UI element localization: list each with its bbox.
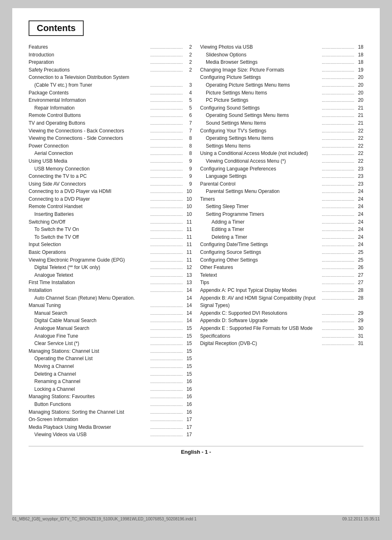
toc-entry-dots: ........................................ xyxy=(322,241,354,248)
toc-entry-page: 9 xyxy=(183,165,192,173)
toc-entry: Using USB Media ........................… xyxy=(29,157,192,165)
toc-entry-text: Language Settings xyxy=(200,173,322,180)
toc-entry-dots: ........................................ xyxy=(322,295,354,302)
toc-entry-text: Media Playback Using Media Browser xyxy=(29,423,150,431)
toc-entry-text: Manual Search xyxy=(29,309,150,317)
toc-entry-text: Tips xyxy=(200,279,322,287)
toc-entry-page: 11 xyxy=(183,218,192,226)
toc-entry-text: Specifications xyxy=(200,332,322,340)
toc-entry: Parental Control .......................… xyxy=(200,180,363,188)
toc-entry-page: 12 xyxy=(183,264,192,271)
toc-entry-dots: ........................................ xyxy=(150,158,183,165)
toc-entry-page: 24 xyxy=(354,203,363,211)
toc-entry-page: 26 xyxy=(354,264,363,271)
toc-entry: Language Settings ......................… xyxy=(200,173,363,180)
toc-entry-dots: ........................................ xyxy=(150,234,183,241)
footer-right: 09.12.2011 15:35:11 xyxy=(342,517,380,521)
toc-entry-page: 23 xyxy=(354,165,363,173)
toc-entry-text: Digital Teletext (** for UK only) xyxy=(29,264,150,271)
toc-entry-page: 7 xyxy=(183,127,192,135)
toc-entry-page: 16 xyxy=(183,378,192,385)
toc-entry-text: Viewing the Connections - Side Connector… xyxy=(29,134,150,142)
toc-entry-dots: ........................................ xyxy=(150,317,183,324)
toc-entry-text: On-Screen Information xyxy=(29,416,150,423)
toc-entry: Appendix C: Supported DVI Resolutions ..… xyxy=(200,309,363,317)
toc-entry-page: 20 xyxy=(354,81,363,89)
toc-entry-page: 14 xyxy=(183,309,192,317)
toc-entry-page: 22 xyxy=(354,127,363,135)
toc-entry: Renaming a Channel .....................… xyxy=(29,378,192,385)
toc-entry-dots: ........................................ xyxy=(150,416,183,423)
toc-entry-dots: ........................................ xyxy=(322,287,354,294)
toc-entry-text: Deleting a Channel xyxy=(29,370,150,378)
toc-entry-dots: ........................................ xyxy=(322,59,354,66)
toc-entry-text: Viewing Conditional Access Menu (*) xyxy=(200,157,322,165)
toc-entry-page: 11 xyxy=(183,226,192,233)
toc-entry-text: Remote Control Buttons xyxy=(29,112,150,119)
toc-entry: Tips ...................................… xyxy=(200,279,363,287)
toc-entry-text: Moving a Channel xyxy=(29,363,150,370)
toc-entry-page: 5 xyxy=(183,104,192,112)
toc-entry-page: 17 xyxy=(183,431,192,439)
toc-entry-text: Appendix E : Supported File Formats for … xyxy=(200,325,322,332)
toc-entry-dots: ........................................ xyxy=(150,401,183,408)
toc-entry-page: 14 xyxy=(183,302,192,309)
toc-entry-page: 14 xyxy=(183,294,192,302)
toc-entry-text: Adding a Timer xyxy=(200,218,322,226)
toc-entry-dots: ........................................ xyxy=(322,325,354,332)
toc-entry-text: Configuring Your TV's Settings xyxy=(200,127,322,135)
toc-entry-dots: ........................................ xyxy=(150,393,183,400)
toc-entry-dots: ........................................ xyxy=(150,82,183,89)
toc-entry: Managing Stations: Sorting the Channel L… xyxy=(29,408,192,416)
toc-entry-page: 8 xyxy=(183,150,192,157)
toc-entry-text: Clear Service List (*) xyxy=(29,340,150,347)
toc-entry-text: Basic Operations xyxy=(29,249,150,256)
toc-entry-page: 9 xyxy=(183,180,192,188)
toc-entry-page: 4 xyxy=(183,89,192,97)
toc-entry-dots: ........................................ xyxy=(150,264,183,271)
toc-entry-text: Sound Settings Menu Items xyxy=(200,119,322,127)
toc-entry-page: 22 xyxy=(354,134,363,142)
toc-entry: Appendix B: AV and HDMI Signal Compatibi… xyxy=(200,294,363,309)
toc-entry-text: Managing Stations: Sorting the Channel L… xyxy=(29,408,150,416)
toc-entry: Setting Sleep Timer ....................… xyxy=(200,203,363,211)
toc-entry: Adding a Timer .........................… xyxy=(200,218,363,226)
toc-entry: Moving a Channel .......................… xyxy=(29,363,192,370)
toc-entry-text: Appendix A: PC Input Typical Display Mod… xyxy=(200,287,322,294)
toc-entry: Remote Control Buttons .................… xyxy=(29,112,192,119)
toc-entry-page: 24 xyxy=(354,226,363,233)
toc-entry-dots: ........................................ xyxy=(150,59,183,66)
toc-entry-page: 24 xyxy=(354,241,363,249)
toc-entry-dots: ........................................ xyxy=(322,234,354,241)
toc-entry-text: Picture Settings Menu Items xyxy=(200,89,322,97)
toc-entry-text: Managing Stations: Channel List xyxy=(29,347,150,355)
toc-entry-text: Locking a Channel xyxy=(29,385,150,393)
toc-entry-page: 10 xyxy=(183,195,192,203)
toc-entry: Auto Channel Scan (Retune) Menu Operatio… xyxy=(29,294,192,302)
toc-entry-text: Aerial Connection xyxy=(29,150,150,157)
toc-entry-page: 15 xyxy=(183,355,192,363)
toc-entry-text: Digital Reception (DVB-C) xyxy=(200,340,322,347)
toc-entry-dots: ........................................ xyxy=(150,90,183,96)
toc-entry-page: 8 xyxy=(183,134,192,142)
toc-entry-page: 22 xyxy=(354,157,363,165)
toc-entry: Settings Menu Items ....................… xyxy=(200,142,363,150)
toc-entry-dots: ........................................ xyxy=(150,272,183,279)
toc-entry-dots: ........................................ xyxy=(150,219,183,226)
toc-entry-text: Parental Control xyxy=(200,180,322,188)
toc-entry-dots: ........................................ xyxy=(150,196,183,203)
toc-entry-dots: ........................................ xyxy=(322,203,354,210)
toc-entry-page: 5 xyxy=(183,96,192,104)
toc-entry-dots: ........................................ xyxy=(150,143,183,150)
toc-entry-page: 9 xyxy=(183,173,192,180)
toc-entry-text: Inserting Batteries xyxy=(29,211,150,218)
toc-entry-text: USB Memory Connection xyxy=(29,165,150,173)
toc-entry: Remote Control Handset .................… xyxy=(29,203,192,211)
toc-entry: Viewing Photos via USB .................… xyxy=(200,43,363,51)
toc-entry-text: Viewing Photos via USB xyxy=(200,43,322,51)
toc-entry-text: Input Selection xyxy=(29,241,150,249)
toc-entry-page: 16 xyxy=(183,401,192,408)
toc-entry-dots: ........................................ xyxy=(322,52,354,58)
toc-entry-dots: ........................................ xyxy=(322,226,354,233)
toc-entry: Specifications .........................… xyxy=(200,332,363,340)
